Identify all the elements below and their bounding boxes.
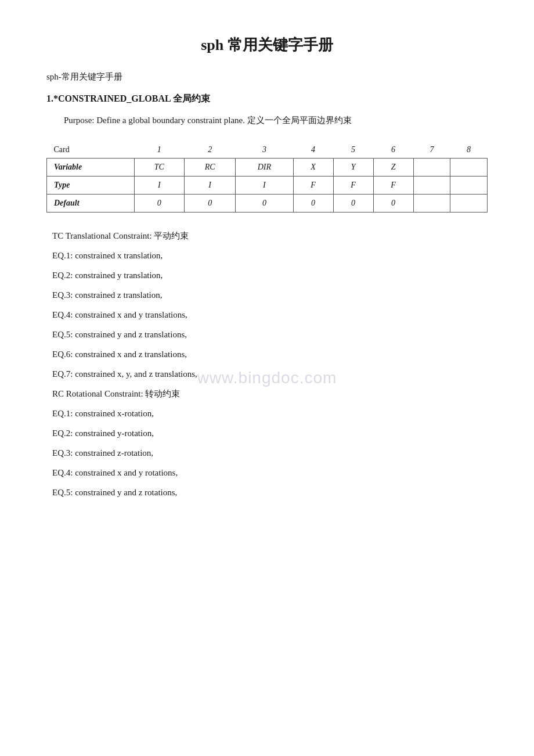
table-cell: 0 [293,194,333,212]
list-item: EQ.2: constrained y-rotation, [46,426,488,440]
table-cell: 0 [333,194,373,212]
table-cell: 0 [236,194,293,212]
table-cell [450,158,488,176]
list-item: EQ.6: constrained x and z translations, [46,347,488,361]
table-cell: 0 [134,194,185,212]
constraint-table: Card 1 2 3 4 5 6 7 8 VariableTCRCDIRXYZT… [46,141,488,213]
list-item: EQ.1: constrained x-rotation, [46,406,488,420]
page-content: www.bingdoc.com sph 常用关键字手册 sph-常用关键字手册 … [46,35,488,499]
col-header-card: Card [47,141,135,159]
page-title: sph 常用关键字手册 [46,35,488,55]
list-item: EQ.7: constrained x, y, and z translatio… [46,367,488,381]
table-row-label: Default [47,194,135,212]
table-cell [413,194,450,212]
tc-items-container: EQ.1: constrained x translation,EQ.2: co… [46,249,488,381]
list-item: EQ.1: constrained x translation, [46,249,488,262]
table-cell: TC [134,158,185,176]
table-cell: RC [185,158,236,176]
table-cell [413,176,450,194]
rc-heading: RC Rotational Constraint: 转动约束 [46,387,488,401]
table-cell: F [293,176,333,194]
table-cell: 0 [185,194,236,212]
col-header-5: 5 [333,141,373,159]
table-row: Default000000 [47,194,488,212]
table-cell: DIR [236,158,293,176]
list-item: EQ.4: constrained x and y rotations, [46,466,488,480]
rc-section: RC Rotational Constraint: 转动约束 EQ.1: con… [46,387,488,499]
section1-heading: 1.*CONSTRAINED_GLOBAL 全局约束 [46,93,488,105]
table-row: VariableTCRCDIRXYZ [47,158,488,176]
list-item: EQ.3: constrained z-rotation, [46,446,488,460]
col-header-3: 3 [236,141,293,159]
tc-heading: TC Translational Constraint: 平动约束 [46,229,488,243]
col-header-6: 6 [373,141,413,159]
table-row-label: Variable [47,158,135,176]
list-item: EQ.3: constrained z translation, [46,288,488,302]
table-cell: I [236,176,293,194]
page-subtitle: sph-常用关键字手册 [46,71,488,82]
table-cell [450,176,488,194]
table-header-row: Card 1 2 3 4 5 6 7 8 [47,141,488,159]
table-cell: I [185,176,236,194]
col-header-2: 2 [185,141,236,159]
tc-section: TC Translational Constraint: 平动约束 EQ.1: … [46,229,488,381]
purpose-text: Purpose: Define a global boundary constr… [46,113,488,128]
table-cell [413,158,450,176]
rc-items-container: EQ.1: constrained x-rotation,EQ.2: const… [46,406,488,499]
table-row: TypeIIIFFF [47,176,488,194]
table-cell: Z [373,158,413,176]
col-header-8: 8 [450,141,488,159]
list-item: EQ.4: constrained x and y translations, [46,308,488,322]
list-item: EQ.5: constrained y and z rotations, [46,485,488,499]
table-cell [450,194,488,212]
list-item: EQ.5: constrained y and z translations, [46,327,488,341]
table-cell: F [333,176,373,194]
constraint-table-wrapper: Card 1 2 3 4 5 6 7 8 VariableTCRCDIRXYZT… [46,141,488,213]
table-row-label: Type [47,176,135,194]
col-header-4: 4 [293,141,333,159]
col-header-7: 7 [413,141,450,159]
col-header-1: 1 [134,141,185,159]
table-cell: 0 [373,194,413,212]
table-cell: X [293,158,333,176]
table-cell: F [373,176,413,194]
table-cell: Y [333,158,373,176]
table-cell: I [134,176,185,194]
list-item: EQ.2: constrained y translation, [46,268,488,282]
